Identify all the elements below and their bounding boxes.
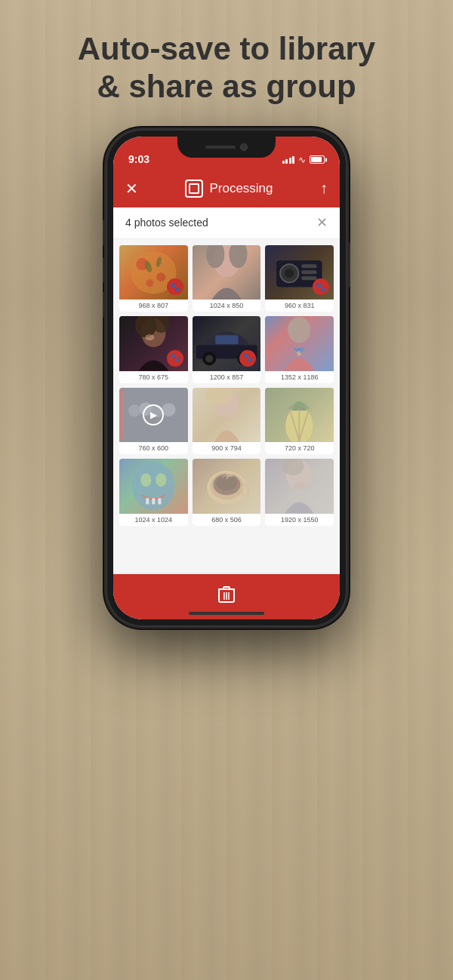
- photo-dimensions: 1352 x 1186: [265, 371, 334, 383]
- photo-image: [119, 459, 188, 514]
- photo-thumb: [265, 459, 334, 514]
- photo-dimensions: 780 x 675: [119, 371, 188, 383]
- photo-image: [193, 388, 261, 443]
- svg-rect-24: [215, 335, 238, 344]
- status-time: 9:03: [128, 153, 149, 165]
- svg-point-11: [285, 269, 294, 278]
- play-button[interactable]: ▶: [143, 404, 164, 425]
- signal-bar-3: [289, 158, 291, 164]
- svg-point-40: [140, 474, 151, 487]
- signal-bar-2: [285, 159, 288, 164]
- photo-thumb: 🐾: [193, 316, 261, 371]
- header-title: Processing: [209, 181, 273, 196]
- list-item[interactable]: ▶ 760 x 600: [119, 388, 188, 455]
- notch-speaker: [205, 146, 236, 149]
- paw-icon: 🐾: [167, 350, 183, 367]
- list-item[interactable]: 🐾 960 x 831: [265, 245, 334, 312]
- app-logo-inner: [189, 183, 199, 194]
- photo-thumb: [193, 245, 261, 300]
- svg-point-25: [288, 317, 311, 343]
- wifi-icon: ∿: [298, 155, 306, 165]
- battery-fill: [311, 157, 322, 162]
- phone-screen: 9:03 ∿: [113, 137, 340, 619]
- photo-dimensions: 720 x 720: [265, 442, 334, 454]
- photo-image: S: [265, 316, 334, 371]
- notch: [177, 137, 276, 158]
- photo-image: [193, 459, 261, 514]
- list-item[interactable]: 🐾 968 x 807: [119, 245, 188, 312]
- svg-rect-14: [302, 276, 317, 280]
- selection-close-button[interactable]: ✕: [316, 214, 328, 231]
- list-item[interactable]: 1920 x 1550: [265, 459, 334, 526]
- photo-image: [265, 459, 334, 514]
- svg-point-18: [145, 334, 154, 340]
- photo-thumb: S: [265, 316, 334, 371]
- signal-bars: [282, 156, 295, 164]
- photo-thumb: 🐾: [265, 245, 334, 300]
- phone-frame: 9:03 ∿: [106, 129, 347, 627]
- status-icons: ∿: [282, 155, 325, 165]
- header-center: Processing: [185, 180, 273, 198]
- photo-dimensions: 968 x 807: [119, 300, 188, 312]
- selection-count: 4 photos selected: [125, 217, 208, 229]
- close-button[interactable]: ✕: [125, 180, 138, 198]
- battery-icon: [310, 155, 325, 164]
- svg-rect-44: [158, 499, 161, 505]
- photo-grid: 🐾 968 x 807: [113, 239, 340, 574]
- svg-point-2: [156, 272, 165, 281]
- photo-thumb: 🐾: [119, 316, 188, 371]
- photo-dimensions: 1024 x 850: [193, 300, 261, 312]
- photo-dimensions: 680 x 506: [193, 514, 261, 526]
- photo-dimensions: 1920 x 1550: [265, 514, 334, 526]
- headline-text: Auto-save to library & share as group: [78, 30, 375, 106]
- phone-mockup: 9:03 ∿: [106, 129, 347, 627]
- list-item[interactable]: 720 x 720: [265, 388, 334, 455]
- list-item[interactable]: 1024 x 850: [193, 245, 261, 312]
- photo-dimensions: 960 x 831: [265, 300, 334, 312]
- home-indicator: [189, 612, 264, 615]
- photo-dimensions: 900 x 794: [193, 442, 261, 454]
- list-item[interactable]: S 1352 x 1186: [265, 316, 334, 383]
- list-item[interactable]: 🐾 1200 x 857: [193, 316, 261, 383]
- svg-rect-13: [302, 270, 317, 274]
- svg-point-3: [146, 279, 153, 287]
- page-content: Auto-save to library & share as group 9:…: [0, 0, 453, 980]
- share-button[interactable]: ↑: [320, 180, 328, 197]
- list-item[interactable]: 900 x 794: [193, 388, 261, 455]
- svg-rect-49: [242, 486, 248, 496]
- photo-dimensions: 1200 x 857: [193, 371, 261, 383]
- photo-thumb: [193, 388, 261, 443]
- photo-image: [193, 245, 261, 300]
- svg-rect-12: [302, 264, 317, 268]
- app-logo-icon: [185, 180, 203, 198]
- svg-rect-32: [119, 390, 124, 440]
- list-item[interactable]: 🐾 780 x 675: [119, 316, 188, 383]
- photo-image: [265, 388, 334, 443]
- photo-thumb: 🐾: [119, 245, 188, 300]
- app-header: ✕ Processing ↑: [113, 170, 340, 207]
- svg-point-21: [205, 355, 213, 363]
- signal-bar-4: [292, 156, 294, 164]
- signal-bar-1: [282, 161, 285, 164]
- photo-thumb: [119, 459, 188, 514]
- list-item[interactable]: 1024 x 1024: [119, 459, 188, 526]
- photo-dimensions: 760 x 600: [119, 442, 188, 454]
- svg-point-41: [156, 474, 166, 487]
- delete-button[interactable]: [218, 585, 235, 608]
- photo-thumb: ▶: [119, 388, 188, 443]
- svg-point-28: [128, 404, 140, 416]
- svg-text:S: S: [297, 351, 302, 358]
- svg-point-52: [294, 483, 306, 490]
- photo-thumb: [193, 459, 261, 514]
- headline: Auto-save to library & share as group: [48, 0, 405, 121]
- notch-camera: [240, 143, 248, 151]
- selection-bar: 4 photos selected ✕: [113, 207, 340, 239]
- svg-rect-42: [146, 499, 149, 505]
- paw-icon: 🐾: [239, 350, 256, 367]
- photo-thumb: [265, 388, 334, 443]
- list-item[interactable]: 680 x 506: [193, 459, 261, 526]
- svg-rect-43: [152, 499, 155, 505]
- paw-icon: 🐾: [167, 278, 183, 295]
- photo-dimensions: 1024 x 1024: [119, 514, 188, 526]
